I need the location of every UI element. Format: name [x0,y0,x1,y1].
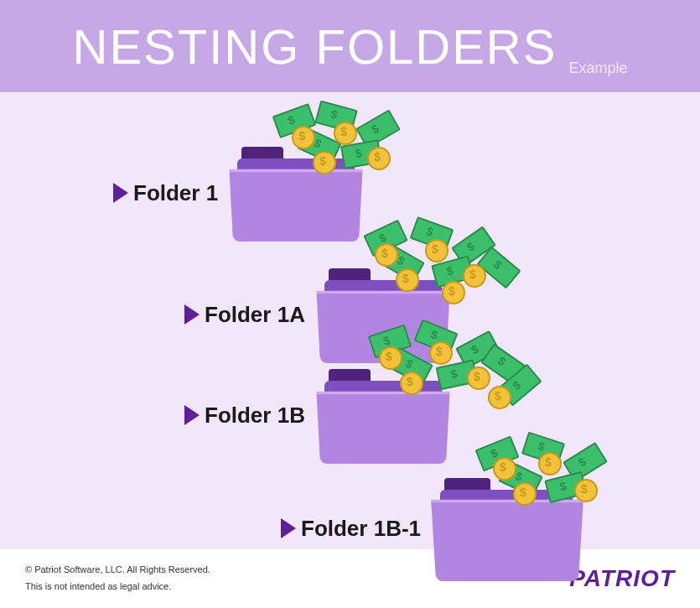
page-title: NESTING FOLDERS [73,18,557,75]
folder-icon [233,147,359,239]
arrow-icon [281,518,296,538]
page-subtitle: Example [568,60,627,77]
folder-icon [320,268,446,361]
disclaimer-text: This is not intended as legal advice. [25,579,210,595]
folder-row-2: Folder 1A [184,268,446,361]
folder-label: Folder 1 [133,180,218,206]
brand-logo: PATRIOT [569,565,675,592]
folder-row-3: Folder 1B [184,369,446,461]
arrow-icon [184,405,200,425]
folder-row-4: Folder 1B-1 [281,478,578,579]
folder-icon [320,369,446,461]
diagram-area: Folder 1 Folder 1A [0,92,700,549]
footer-legal: © Patriot Software, LLC. All Rights Rese… [25,562,210,595]
folder-label: Folder 1B-1 [301,516,421,542]
folder-label: Folder 1B [205,403,305,429]
arrow-icon [184,304,200,325]
folder-row-1: Folder 1 [113,147,359,239]
folder-label: Folder 1A [205,302,305,328]
folder-icon [436,478,578,579]
copyright-text: © Patriot Software, LLC. All Rights Rese… [25,562,210,579]
arrow-icon [113,183,128,203]
header: NESTING FOLDERS Example [0,0,700,92]
